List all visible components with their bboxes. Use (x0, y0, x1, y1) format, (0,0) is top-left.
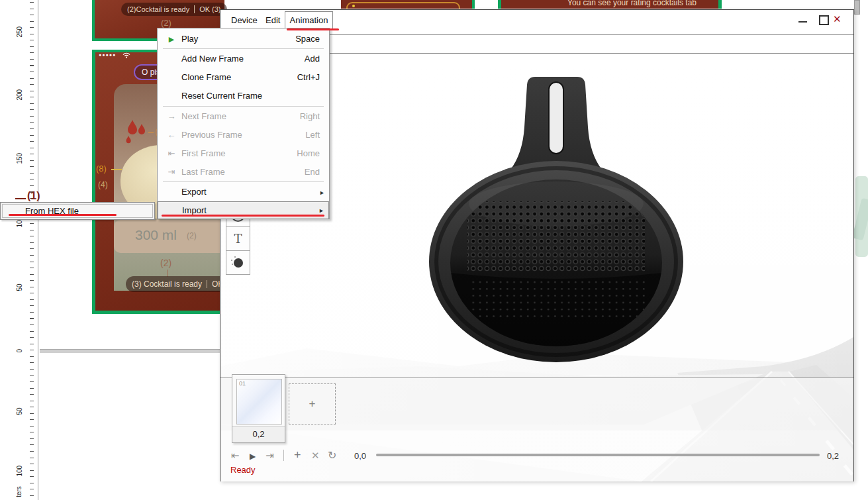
delete-frame-button[interactable]: ✕ (311, 450, 320, 462)
previous-frame-icon: ← (164, 126, 179, 144)
ruler-label: 50 (16, 406, 23, 415)
device-preview (429, 74, 683, 364)
led-matrix-dots (467, 278, 645, 321)
menu-item-next-frame[interactable]: → Next Frame Right (158, 107, 329, 126)
frame-duration[interactable]: 0,2 (232, 426, 285, 442)
minimize-icon[interactable] (798, 21, 807, 23)
next-frame-icon: → (164, 107, 179, 126)
pill-divider (207, 280, 207, 288)
slider-dot (352, 5, 355, 7)
menu-animation[interactable]: Animation (285, 11, 333, 30)
background-scrollbar-thumb[interactable] (854, 0, 860, 15)
animation-tool-button[interactable] (226, 250, 250, 275)
menu-item-play[interactable]: ▶ Play Space (158, 30, 329, 48)
menu-item-export[interactable]: Export ► (158, 183, 329, 201)
volume-annotation: (2) (187, 231, 197, 240)
cocktail-ready-pill-2: (3) Cocktail is ready OK (4) (126, 276, 225, 292)
annotation-8-connector (111, 169, 122, 170)
pill-divider (194, 5, 195, 13)
menu-item-last-frame[interactable]: ⇥ Last Frame End (158, 163, 329, 181)
annotation-1-label: (1) (27, 190, 40, 202)
drops-icon (123, 119, 150, 148)
wifi-icon (122, 52, 130, 58)
signal-strength-icon: ●●●●● (99, 52, 116, 57)
pill-text: (2)Cocktail is ready (127, 5, 189, 13)
add-frame-dropzone[interactable]: + (289, 383, 336, 425)
device-handle-slot (549, 82, 563, 154)
screen: 250 200 150 100 50 0 50 100 ters (2)Cock… (0, 0, 868, 500)
controls-divider (283, 450, 284, 461)
menu-item-first-frame[interactable]: ⇤ First Frame Home (158, 144, 329, 163)
cocktail-ready-pill: (2)Cocktail is ready OK (3) (121, 3, 227, 16)
first-frame-button[interactable]: ⇤ (231, 450, 240, 462)
menu-item-clone-frame[interactable]: Clone Frame Ctrl+J (158, 68, 329, 87)
submenu-arrow-icon: ► (319, 183, 325, 202)
timeline-slider[interactable] (376, 454, 820, 456)
menu-item-add-new-frame[interactable]: Add New Frame Add (158, 50, 329, 68)
frame-thumbnail: 01 (236, 379, 282, 425)
ruler-zero-divider (40, 349, 220, 353)
mid-annotation-2: (2) (160, 258, 171, 268)
frame-thumbnail-card[interactable]: 01 0,2 (232, 374, 285, 443)
status-text: Ready (230, 465, 256, 475)
reset-frame-button[interactable]: ↻ (328, 449, 336, 462)
drops-connector (148, 132, 154, 133)
annotation-1-connector (15, 198, 26, 199)
ruler-label: 100 (16, 468, 23, 477)
menu-edit[interactable]: Edit (265, 15, 280, 25)
frame-number: 01 (239, 380, 246, 387)
animation-menu: ▶ Play Space Add New Frame Add Clone Fra… (157, 28, 330, 219)
ruler-label: 200 (16, 91, 23, 101)
red-underline-import (162, 215, 324, 217)
pill-text: (3) Cocktail is ready (132, 279, 202, 289)
volume-label: 300 ml (135, 227, 177, 243)
play-icon: ▶ (164, 30, 179, 48)
top-strip-screen-fragment (341, 0, 475, 9)
text-tool-button[interactable]: T (226, 226, 250, 251)
ruler-label: 50 (16, 282, 23, 291)
vertical-ruler-ticks (30, 2, 34, 500)
timeline-position: 0,0 (354, 451, 366, 461)
menu-device[interactable]: Device (231, 15, 258, 25)
first-frame-icon: ⇤ (164, 144, 179, 163)
annotation-8-label: (8) (96, 164, 107, 174)
ruler-label: 150 (16, 155, 23, 164)
red-underline-animation (287, 28, 339, 30)
top-strip-rating-fragment: You can see your rating cocktails tab (498, 0, 722, 9)
maximize-icon[interactable] (819, 15, 829, 25)
annotation-2-label: (2) (161, 18, 171, 28)
submenu-arrow-icon: ► (318, 203, 324, 219)
menu-item-reset-current-frame[interactable]: Reset Current Frame (158, 87, 329, 105)
last-frame-button[interactable]: ⇥ (265, 450, 274, 462)
plus-icon: + (309, 397, 316, 411)
ruler-label: 0 (16, 344, 23, 353)
pill-ok: OK (3) (199, 5, 220, 13)
import-submenu: From HEX file (0, 202, 155, 220)
play-button[interactable]: ▶ (250, 452, 256, 461)
add-frame-button[interactable]: + (294, 448, 301, 462)
text-tool-icon: T (234, 232, 242, 246)
animation-tool-icon (234, 258, 243, 268)
last-frame-icon: ⇥ (164, 163, 179, 181)
menu-separator (163, 106, 324, 107)
rating-hint-text: You can see your rating cocktails tab (567, 0, 697, 7)
menu-separator (163, 181, 324, 182)
annotation-4-label: (4) (98, 180, 108, 189)
vertical-ruler-edge (38, 0, 38, 500)
ruler-label: 250 (16, 28, 23, 38)
led-matrix-rings (467, 201, 645, 272)
close-icon[interactable]: ✕ (833, 13, 842, 25)
slider-outline-fragment (346, 2, 460, 9)
glass-panel: 300 ml (2) (114, 220, 225, 253)
menu-separator (163, 48, 324, 49)
ruler-side-text: ters (15, 486, 23, 497)
red-underline-from-hex-file (9, 214, 117, 216)
menu-item-previous-frame[interactable]: ← Previous Frame Left (158, 126, 329, 144)
menu-animation-label: Animation (290, 15, 328, 25)
timeline-end: 0,2 (827, 451, 839, 461)
